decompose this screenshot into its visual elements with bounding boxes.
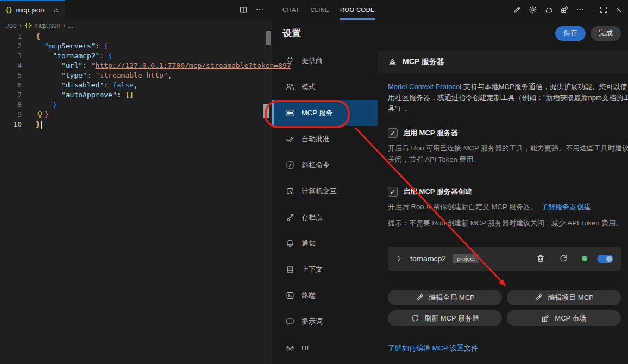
delete-server-icon[interactable] bbox=[536, 254, 545, 263]
server-name: tornamcp2 bbox=[410, 254, 446, 263]
enable-mcp-row: ✓ 启用 MCP 服务器 bbox=[388, 128, 621, 138]
chevron-right-icon[interactable] bbox=[395, 255, 403, 262]
creation-description-text: 开启后 Roo 可帮你创建新自定义 MCP 服务器。 bbox=[388, 203, 537, 211]
code-line[interactable]: 4 "url": "http://127.0.0.1:7700/mcp/stre… bbox=[0, 61, 272, 71]
sidebar-item-label: 模式 bbox=[302, 82, 316, 92]
sidebar-item-label: 存档点 bbox=[302, 212, 323, 222]
editor-cursor bbox=[41, 121, 42, 129]
server-enabled-toggle[interactable] bbox=[597, 255, 613, 263]
enable-mcp-checkbox[interactable]: ✓ bbox=[388, 128, 398, 138]
editor-tab-mcp-json[interactable]: {} mcp.json bbox=[0, 0, 65, 19]
glasses-icon bbox=[286, 343, 294, 352]
mcp-actions-grid: 编辑全局 MCP编辑项目 MCP刷新 MCP 服务器MCP 市场 bbox=[388, 290, 621, 326]
code-line[interactable]: 10} bbox=[0, 120, 272, 129]
panel-tab-roo-code[interactable]: ROO CODE bbox=[340, 0, 375, 20]
enable-creation-row: ✓ 启用 MCP 服务器创建 bbox=[388, 187, 621, 197]
sidebar-item-modes[interactable]: 模式 bbox=[272, 74, 378, 100]
breadcrumb-file[interactable]: mcp.json bbox=[34, 22, 60, 29]
split-editor-icon[interactable] bbox=[239, 5, 248, 14]
sidebar-item-label: UI bbox=[302, 344, 309, 352]
button-label: 编辑项目 MCP bbox=[548, 293, 594, 303]
close-panel-icon[interactable] bbox=[615, 6, 623, 14]
sidebar-item-providers[interactable]: 提供商 bbox=[272, 48, 378, 74]
refresh-mcp-servers-button[interactable]: 刷新 MCP 服务器 bbox=[388, 310, 502, 326]
sidebar-item-prompts[interactable]: 提示词 bbox=[272, 309, 378, 335]
cloud-icon[interactable] bbox=[544, 5, 553, 14]
done-button[interactable]: 完成 bbox=[591, 26, 621, 41]
code-line[interactable]: 2 "mcpServers": { bbox=[0, 41, 272, 51]
breadcrumb-separator: › bbox=[20, 21, 22, 29]
edit-project-mcp-button[interactable]: 编辑项目 MCP bbox=[507, 290, 621, 305]
code-line[interactable]: 8 } bbox=[0, 100, 272, 110]
server-scope-badge: project bbox=[453, 254, 479, 263]
marketplace-icon[interactable] bbox=[560, 5, 569, 14]
code-line[interactable]: 6 "disabled": false, bbox=[0, 80, 272, 90]
panel-tab-bar: CHATCLINEROO CODE bbox=[272, 0, 628, 20]
editor-scrollbar-thumb[interactable] bbox=[266, 31, 271, 45]
editor-more-actions-icon[interactable] bbox=[255, 5, 264, 14]
lightbulb-icon[interactable] bbox=[36, 111, 45, 119]
restart-server-icon[interactable] bbox=[559, 254, 568, 263]
sidebar-item-label: 上下文 bbox=[302, 265, 323, 274]
sidebar-item-label: 通知 bbox=[302, 239, 316, 248]
breadcrumb-root[interactable]: .roo bbox=[5, 22, 17, 29]
code-area[interactable]: 1{2 "mcpServers": {3 "tornamcp2": {4 "ur… bbox=[0, 32, 272, 364]
code-line[interactable]: 3 "tornamcp2": { bbox=[0, 51, 272, 61]
code-line[interactable]: 1{ bbox=[0, 32, 272, 41]
sidebar-item-ui[interactable]: UI bbox=[272, 335, 378, 361]
sidebar-item-mcp-servers[interactable]: MCP 服务 bbox=[272, 100, 378, 126]
mcp-protocol-link[interactable]: Model Context Protocol bbox=[388, 83, 461, 91]
sidebar-item-computer-use[interactable]: 计算机交互 bbox=[272, 178, 378, 204]
sidebar-item-auto-approve[interactable]: 自动批准 bbox=[272, 126, 378, 152]
sidebar-item-terminal[interactable]: 终端 bbox=[272, 283, 378, 309]
new-task-icon[interactable] bbox=[513, 5, 522, 14]
code-line[interactable]: 7 "autoApprove": [] bbox=[0, 90, 272, 100]
server-row-tornamcp2[interactable]: tornamcp2 project bbox=[388, 247, 621, 271]
sidebar-item-slash-commands[interactable]: 斜杠命令 bbox=[272, 152, 378, 178]
sidebar-item-checkpoints[interactable]: 存档点 bbox=[272, 204, 378, 230]
pencil-icon bbox=[534, 293, 543, 302]
json-file-icon: {} bbox=[5, 7, 12, 14]
checkpoint-icon bbox=[286, 213, 294, 222]
marketplace-icon bbox=[541, 314, 550, 323]
server-status-dot bbox=[582, 256, 587, 261]
editor-tab-bar: {} mcp.json bbox=[0, 0, 272, 19]
panel-tab-chat[interactable]: CHAT bbox=[282, 0, 299, 20]
enable-mcp-description: 开启后 Roo 可用已连接 MCP 服务器的工具，能力更强。不用这些工具时建议关… bbox=[388, 142, 628, 165]
settings-sidebar: 提供商模式MCP 服务自动批准斜杠命令计算机交互存档点通知上下文终端提示词UI bbox=[272, 47, 378, 364]
enable-creation-checkbox[interactable]: ✓ bbox=[388, 187, 398, 197]
creation-description: 开启后 Roo 可帮你创建新自定义 MCP 服务器。 了解服务器创建 bbox=[388, 201, 628, 212]
more-actions-icon[interactable] bbox=[576, 5, 585, 14]
edit-global-mcp-button[interactable]: 编辑全局 MCP bbox=[388, 290, 502, 305]
mcp-settings-help-link[interactable]: 了解如何编辑 MCP 设置文件 bbox=[388, 343, 478, 353]
mcp-marketplace-button[interactable]: MCP 市场 bbox=[507, 310, 621, 326]
expand-panel-icon[interactable] bbox=[599, 5, 608, 14]
code-line[interactable]: 9} bbox=[0, 110, 272, 120]
vscode-window: {} mcp.json .roo › {} mcp.json › ... 1{2… bbox=[0, 0, 628, 364]
save-button[interactable]: 保存 bbox=[555, 26, 586, 41]
code-line[interactable]: 5 "type": "streamable-http", bbox=[0, 71, 272, 80]
json-file-icon: {} bbox=[24, 22, 32, 29]
button-label: 刷新 MCP 服务器 bbox=[424, 313, 479, 323]
settings-gear-icon[interactable] bbox=[529, 5, 537, 14]
sidebar-item-label: MCP 服务 bbox=[302, 108, 333, 118]
sidebar-item-notifications[interactable]: 通知 bbox=[272, 230, 378, 256]
creation-tip: 提示：不需要 Roo 创建新 MCP 服务器时建议关闭，减少 API Token… bbox=[388, 217, 628, 229]
breadcrumb[interactable]: .roo › {} mcp.json › ... bbox=[0, 19, 272, 32]
panel-tab-cline[interactable]: CLINE bbox=[310, 0, 329, 20]
terminal-icon bbox=[286, 291, 294, 300]
sidebar-item-context[interactable]: 上下文 bbox=[272, 256, 378, 283]
tab-close-icon[interactable] bbox=[52, 7, 60, 14]
plug-icon bbox=[286, 57, 294, 65]
pencil-icon bbox=[415, 293, 424, 302]
check-all-icon bbox=[286, 135, 294, 143]
editor-tab-label: mcp.json bbox=[16, 6, 44, 14]
title-bar-divider bbox=[592, 6, 592, 14]
roo-code-panel: CHATCLINEROO CODE 设置 保存 完成 提供商模式MCP 服务自动… bbox=[272, 0, 628, 364]
server-creation-link[interactable]: 了解服务器创建 bbox=[541, 203, 591, 211]
slash-icon bbox=[286, 161, 294, 170]
refresh-icon bbox=[411, 314, 419, 323]
overview-ruler-marker bbox=[263, 104, 269, 118]
breadcrumb-more[interactable]: ... bbox=[68, 22, 74, 29]
database-icon bbox=[286, 265, 294, 274]
